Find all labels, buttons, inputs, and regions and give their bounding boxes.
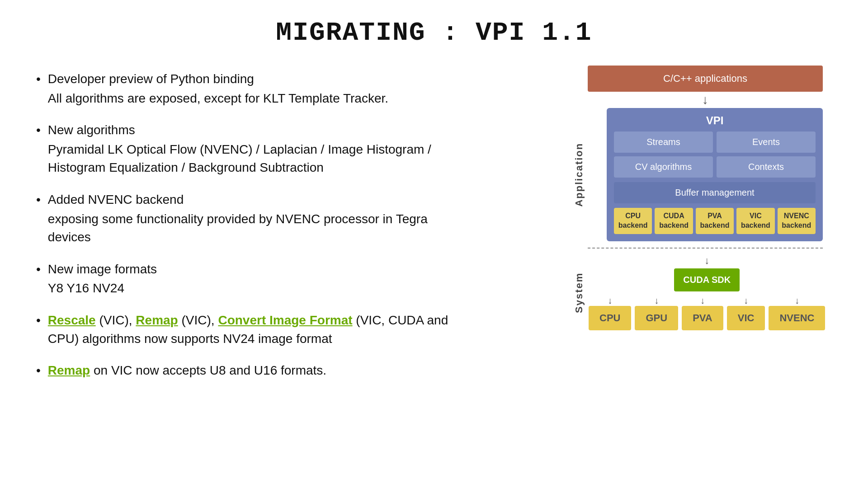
content-area: • Developer preview of Python binding Al…	[36, 66, 832, 470]
application-section: Application VPI Streams Events CV algori…	[570, 108, 823, 241]
cpu-backend: CPUbackend	[614, 208, 652, 234]
arrow-cpp-to-vpi: ↓	[588, 94, 823, 106]
bullet-dot-6: •	[36, 362, 41, 379]
application-label: Application	[570, 108, 589, 241]
slide: MIGRATING : VPI 1.1 • Developer preview …	[0, 0, 868, 488]
pva-node: PVA	[682, 306, 723, 330]
system-section: System ↓ CUDA SDK ↓	[570, 255, 823, 330]
bullet-dot-4: •	[36, 261, 41, 277]
bullet-dot-3: •	[36, 192, 41, 208]
cpu-node-col: ↓ CPU	[589, 295, 631, 330]
bullet-text-3: Added NVENC backend exposing some functi…	[48, 191, 428, 247]
bullet-main-3: Added NVENC backend	[48, 192, 184, 206]
bullet-sub-2: Pyramidal LK Optical Flow (NVENC) / Lapl…	[48, 141, 431, 177]
nvenc-backend: NVENCbackend	[778, 208, 816, 234]
text-part-4: on VIC now accepts U8 and U16 formats.	[94, 363, 326, 377]
diagram: C/C++ applications ↓ Application VPI Str…	[570, 66, 823, 330]
vpi-box: VPI Streams Events CV algorithms Context…	[607, 108, 823, 241]
rescale-link[interactable]: Rescale	[48, 313, 96, 327]
arrow-to-gpu: ↓	[654, 296, 659, 305]
pva-node-col: ↓ PVA	[682, 295, 723, 330]
events-cell: Events	[717, 131, 816, 153]
contexts-cell: Contexts	[717, 156, 816, 178]
cv-algorithms-cell: CV algorithms	[614, 156, 713, 178]
convert-image-format-link[interactable]: Convert Image Format	[218, 313, 352, 327]
text-part-1: (VIC),	[99, 313, 136, 327]
gpu-node-col: ↓ GPU	[635, 295, 678, 330]
bullet-item-1: • Developer preview of Python binding Al…	[36, 70, 533, 108]
streams-cell: Streams	[614, 131, 713, 153]
bullet-dot-2: •	[36, 122, 41, 138]
vic-node: VIC	[727, 306, 765, 330]
cuda-sdk-box: CUDA SDK	[674, 268, 740, 291]
nvenc-node: NVENC	[769, 306, 825, 330]
pva-backend: PVAbackend	[696, 208, 734, 234]
bullet-item-3: • Added NVENC backend exposing some func…	[36, 191, 533, 247]
text-part-2: (VIC),	[182, 313, 218, 327]
gpu-node: GPU	[635, 306, 678, 330]
cpu-node: CPU	[589, 306, 631, 330]
arrow-to-nvenc: ↓	[795, 296, 799, 305]
bullet-text-6: Remap on VIC now accepts U8 and U16 form…	[48, 361, 326, 380]
backends-row: CPUbackend CUDAbackend PVAbackend VICbac…	[614, 208, 816, 234]
bullet-text-5: Rescale (VIC), Remap (VIC), Convert Imag…	[48, 311, 448, 348]
bullet-item-2: • New algorithms Pyramidal LK Optical Fl…	[36, 121, 533, 177]
arrow-to-cpu: ↓	[608, 296, 612, 305]
arrow-to-pva: ↓	[700, 296, 705, 305]
left-panel: • Developer preview of Python binding Al…	[36, 66, 533, 470]
bullet-sub-4: Y8 Y16 NV24	[48, 279, 157, 298]
buffer-management-cell: Buffer management	[614, 182, 816, 203]
bullet-item-5: • Rescale (VIC), Remap (VIC), Convert Im…	[36, 311, 533, 348]
bullet-main-1: Developer preview of Python binding	[48, 72, 254, 86]
vpi-label: VPI	[614, 114, 816, 127]
remap-link-2[interactable]: Remap	[48, 363, 90, 377]
cpp-box: C/C++ applications	[588, 66, 823, 92]
bullet-text-1: Developer preview of Python binding All …	[48, 70, 388, 108]
bullet-text-4: New image formats Y8 Y16 NV24	[48, 260, 157, 298]
system-content: ↓ CUDA SDK ↓ CPU ↓ GPU	[589, 255, 825, 330]
arrow-to-vic: ↓	[744, 296, 748, 305]
cuda-backend: CUDAbackend	[655, 208, 693, 234]
vic-node-col: ↓ VIC	[727, 295, 765, 330]
vpi-grid: Streams Events CV algorithms Contexts	[614, 131, 816, 178]
vic-backend: VICbackend	[736, 208, 774, 234]
remap-link-1[interactable]: Remap	[136, 313, 178, 327]
dashed-divider	[588, 248, 823, 249]
bullet-item-4: • New image formats Y8 Y16 NV24	[36, 260, 533, 298]
bullet-main-4: New image formats	[48, 262, 157, 276]
bullet-dot-5: •	[36, 312, 41, 328]
bullet-sub-1: All algorithms are exposed, except for K…	[48, 89, 388, 108]
page-title: MIGRATING : VPI 1.1	[36, 18, 832, 47]
system-label: System	[570, 255, 589, 330]
bullet-dot-1: •	[36, 71, 41, 87]
right-panel: C/C++ applications ↓ Application VPI Str…	[561, 66, 832, 470]
bullet-sub-3: exposing some functionality provided by …	[48, 210, 428, 247]
bullet-main-2: New algorithms	[48, 123, 135, 137]
bullet-item-6: • Remap on VIC now accepts U8 and U16 fo…	[36, 361, 533, 380]
bullet-text-2: New algorithms Pyramidal LK Optical Flow…	[48, 121, 431, 177]
arrow-to-cuda: ↓	[704, 255, 709, 267]
nvenc-node-col: ↓ NVENC	[769, 295, 825, 330]
vpi-content: VPI Streams Events CV algorithms Context…	[589, 108, 823, 241]
